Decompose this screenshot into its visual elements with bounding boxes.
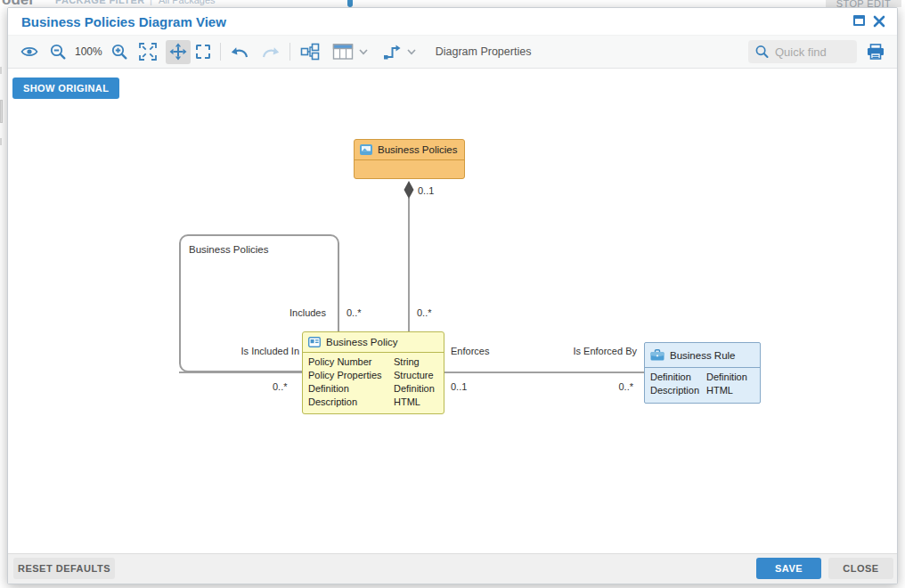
eye-icon[interactable] bbox=[20, 45, 38, 58]
close-icon[interactable] bbox=[873, 15, 885, 28]
diagram-properties-label[interactable]: Diagram Properties bbox=[436, 45, 532, 58]
quick-find-input[interactable] bbox=[775, 45, 850, 59]
connector-style-icon[interactable] bbox=[383, 44, 402, 60]
attribute-list: Policy Number String Policy Properties S… bbox=[303, 353, 444, 409]
briefcase-entity-icon bbox=[650, 349, 664, 361]
entity-business-policy[interactable]: Business Policy Policy Number String Pol… bbox=[302, 331, 444, 414]
entity-business-policies[interactable]: Business Policies bbox=[354, 139, 465, 179]
attribute-row: Policy Properties Structure bbox=[303, 369, 444, 382]
zoom-in-icon[interactable] bbox=[111, 44, 127, 60]
toolbar-divider bbox=[220, 43, 221, 61]
relationship-label: Is Enforced By bbox=[548, 346, 637, 356]
entity-name: Business Policy bbox=[326, 337, 398, 347]
background-left-strip bbox=[0, 7, 7, 588]
package-filter-value[interactable]: All Packages bbox=[159, 0, 216, 5]
user-icon-fragment bbox=[347, 0, 353, 7]
card-entity-icon bbox=[308, 337, 321, 347]
diagram-view-dialog: Business Policies Diagram View 100% bbox=[7, 7, 898, 584]
entity-name: Business Rule bbox=[670, 350, 736, 361]
background-edge-fragment bbox=[0, 67, 2, 74]
cardinality-label: 0..1 bbox=[451, 381, 467, 392]
cardinality-label: 0..* bbox=[417, 307, 432, 318]
container-label: Business Policies bbox=[189, 244, 268, 255]
fit-screen-icon[interactable] bbox=[138, 42, 158, 61]
attribute-row: Definition Definition bbox=[645, 371, 760, 384]
package-filter-separator: | bbox=[150, 0, 152, 5]
attribute-list: Definition Definition Description HTML bbox=[645, 368, 760, 397]
attribute-row: Description HTML bbox=[645, 384, 760, 397]
entity-business-rule[interactable]: Business Rule Definition Definition Desc… bbox=[644, 342, 761, 404]
show-original-button[interactable]: SHOW ORIGINAL bbox=[12, 78, 119, 99]
auto-layout-icon[interactable] bbox=[300, 43, 320, 61]
package-filter-label: PACKAGE FILTER bbox=[55, 0, 145, 5]
zoom-level[interactable]: 100% bbox=[75, 45, 102, 58]
cardinality-label: 0..* bbox=[273, 381, 288, 392]
relationship-label: Is Included In bbox=[222, 346, 299, 356]
pan-icon[interactable] bbox=[166, 40, 191, 64]
relationship-label: Includes bbox=[266, 307, 326, 318]
attribute-row: Policy Number String bbox=[303, 355, 444, 369]
reset-defaults-button[interactable]: RESET DEFAULTS bbox=[13, 558, 115, 579]
table-view-icon[interactable] bbox=[332, 43, 354, 61]
relationship-label: Enforces bbox=[451, 346, 489, 356]
print-icon[interactable] bbox=[867, 44, 885, 60]
diagram-toolbar: 100% bbox=[8, 35, 897, 69]
search-icon bbox=[755, 45, 769, 59]
dialog-titlebar: Business Policies Diagram View bbox=[8, 8, 897, 35]
chevron-down-icon[interactable] bbox=[359, 49, 368, 55]
background-edge-fragment bbox=[0, 138, 2, 145]
close-button[interactable]: CLOSE bbox=[828, 558, 893, 579]
diamond-connector bbox=[404, 181, 414, 199]
entity-name: Business Policies bbox=[378, 144, 457, 155]
quick-find-box[interactable] bbox=[748, 40, 857, 63]
marquee-select-icon[interactable] bbox=[196, 45, 210, 59]
cardinality-label: 0..1 bbox=[418, 185, 434, 196]
stop-edit-button-fragment[interactable]: STOP EDIT bbox=[826, 0, 901, 7]
entity-header: Business Rule bbox=[645, 343, 760, 368]
brand-logo-fragment: odel bbox=[2, 0, 33, 7]
entity-header: Business Policy bbox=[303, 332, 444, 353]
redo-icon[interactable] bbox=[260, 45, 280, 59]
dialog-footer: RESET DEFAULTS SAVE CLOSE bbox=[8, 553, 898, 584]
attribute-row: Definition Definition bbox=[303, 382, 444, 396]
entity-header: Business Policies bbox=[355, 140, 464, 160]
zoom-out-icon[interactable] bbox=[50, 44, 66, 60]
background-edge-fragment bbox=[0, 100, 3, 123]
dialog-title: Business Policies Diagram View bbox=[21, 14, 226, 29]
cardinality-label: 0..* bbox=[347, 307, 362, 318]
containment-line[interactable] bbox=[408, 198, 410, 332]
image-entity-icon bbox=[360, 144, 372, 155]
save-button[interactable]: SAVE bbox=[756, 558, 821, 579]
cardinality-label: 0..* bbox=[589, 381, 633, 392]
diagram-canvas[interactable]: SHOW ORIGINAL Business Policies Business… bbox=[8, 69, 898, 555]
maximize-icon[interactable] bbox=[853, 15, 865, 26]
undo-icon[interactable] bbox=[231, 45, 250, 59]
toolbar-divider bbox=[289, 43, 290, 61]
app-root: odel PACKAGE FILTER | All Packages STOP … bbox=[0, 0, 905, 588]
attribute-row: Description HTML bbox=[303, 396, 444, 409]
chevron-down-icon[interactable] bbox=[407, 49, 416, 55]
background-top-strip: odel PACKAGE FILTER | All Packages STOP … bbox=[0, 0, 905, 7]
